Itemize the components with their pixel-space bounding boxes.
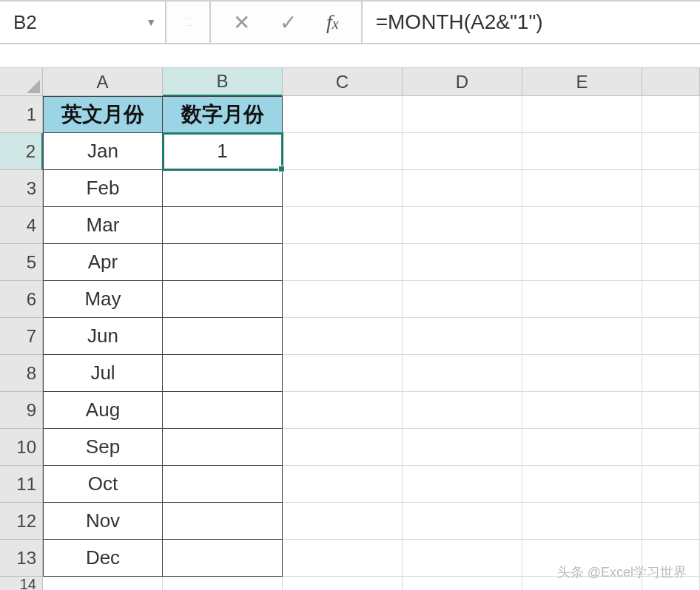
cell-E12[interactable] — [522, 503, 642, 540]
cell-E1[interactable] — [522, 96, 642, 133]
col-header-F-partial[interactable] — [642, 68, 700, 96]
cell-A7[interactable]: Jun — [43, 318, 163, 355]
cell-E6[interactable] — [522, 281, 642, 318]
cell-A8[interactable]: Jul — [43, 355, 163, 392]
cell-B3[interactable] — [163, 170, 283, 207]
cell-C5[interactable] — [283, 244, 403, 281]
cell-E11[interactable] — [522, 466, 642, 503]
cell-A9[interactable]: Aug — [43, 392, 163, 429]
cell-E4[interactable] — [522, 207, 642, 244]
cell-B12[interactable] — [163, 503, 283, 540]
cell-C4[interactable] — [283, 207, 403, 244]
row-header-9[interactable]: 9 — [0, 392, 43, 429]
cell-E5[interactable] — [522, 244, 642, 281]
cell-F8[interactable] — [642, 355, 700, 392]
cell-D13[interactable] — [403, 540, 522, 577]
cell-B13[interactable] — [163, 540, 283, 577]
cell-F7[interactable] — [642, 318, 700, 355]
cell-A5[interactable]: Apr — [43, 244, 163, 281]
select-all-triangle[interactable] — [0, 68, 43, 96]
cell-D1[interactable] — [403, 96, 522, 133]
cell-D7[interactable] — [403, 318, 522, 355]
cell-A14[interactable] — [43, 577, 163, 590]
cell-D6[interactable] — [403, 281, 522, 318]
cell-F9[interactable] — [642, 392, 700, 429]
row-header-8[interactable]: 8 — [0, 355, 43, 392]
cell-B6[interactable] — [163, 281, 283, 318]
col-header-B[interactable]: B — [163, 68, 283, 96]
fx-icon[interactable]: fx — [326, 10, 339, 34]
cell-F12[interactable] — [642, 503, 700, 540]
cell-C1[interactable] — [283, 96, 403, 133]
cell-F6[interactable] — [642, 281, 700, 318]
cell-B2[interactable]: 1 — [163, 133, 283, 170]
cell-E3[interactable] — [522, 170, 642, 207]
name-box[interactable]: B2 ▼ — [0, 1, 166, 43]
cell-B4[interactable] — [163, 207, 283, 244]
cell-D14[interactable] — [403, 577, 522, 590]
col-header-D[interactable]: D — [403, 68, 522, 96]
col-header-A[interactable]: A — [43, 68, 163, 96]
cell-F11[interactable] — [642, 466, 700, 503]
name-box-dropdown-icon[interactable]: ▼ — [146, 16, 156, 28]
cell-B1[interactable]: 数字月份 — [163, 96, 283, 133]
cell-D8[interactable] — [403, 355, 522, 392]
row-header-11[interactable]: 11 — [0, 466, 43, 503]
cell-F3[interactable] — [642, 170, 700, 207]
cell-A1[interactable]: 英文月份 — [43, 96, 163, 133]
cell-E8[interactable] — [522, 355, 642, 392]
cell-C3[interactable] — [283, 170, 403, 207]
cell-B14[interactable] — [163, 577, 283, 590]
row-header-2[interactable]: 2 — [0, 133, 43, 170]
cell-C2[interactable] — [283, 133, 403, 170]
cell-B8[interactable] — [163, 355, 283, 392]
cell-C13[interactable] — [283, 540, 403, 577]
cell-C14[interactable] — [283, 577, 403, 590]
cell-E9[interactable] — [522, 392, 642, 429]
cell-F1[interactable] — [642, 96, 700, 133]
cell-D5[interactable] — [403, 244, 522, 281]
cell-F4[interactable] — [642, 207, 700, 244]
row-header-5[interactable]: 5 — [0, 244, 43, 281]
row-header-7[interactable]: 7 — [0, 318, 43, 355]
cell-A3[interactable]: Feb — [43, 170, 163, 207]
fill-handle[interactable] — [278, 166, 285, 172]
cell-D10[interactable] — [403, 429, 522, 466]
row-header-6[interactable]: 6 — [0, 281, 43, 318]
cell-C8[interactable] — [283, 355, 403, 392]
cell-D11[interactable] — [403, 466, 522, 503]
cell-C7[interactable] — [283, 318, 403, 355]
cell-C9[interactable] — [283, 392, 403, 429]
cell-A12[interactable]: Nov — [43, 503, 163, 540]
cell-A6[interactable]: May — [43, 281, 163, 318]
formula-input[interactable]: =MONTH(A2&"1") — [363, 1, 700, 43]
cell-B7[interactable] — [163, 318, 283, 355]
row-header-4[interactable]: 4 — [0, 207, 43, 244]
cell-B9[interactable] — [163, 392, 283, 429]
cell-F10[interactable] — [642, 429, 700, 466]
cell-F5[interactable] — [642, 244, 700, 281]
cell-A2[interactable]: Jan — [43, 133, 163, 170]
row-header-12[interactable]: 12 — [0, 503, 43, 540]
cell-F2[interactable] — [642, 133, 700, 170]
row-header-10[interactable]: 10 — [0, 429, 43, 466]
cell-A10[interactable]: Sep — [43, 429, 163, 466]
row-header-3[interactable]: 3 — [0, 170, 43, 207]
cell-B10[interactable] — [163, 429, 283, 466]
col-header-C[interactable]: C — [283, 68, 403, 96]
cell-C10[interactable] — [283, 429, 403, 466]
cell-B11[interactable] — [163, 466, 283, 503]
cell-A11[interactable]: Oct — [43, 466, 163, 503]
cell-D2[interactable] — [403, 133, 522, 170]
row-header-1[interactable]: 1 — [0, 96, 43, 133]
row-header-13[interactable]: 13 — [0, 540, 43, 577]
cell-B5[interactable] — [163, 244, 283, 281]
cell-C12[interactable] — [283, 503, 403, 540]
cell-A4[interactable]: Mar — [43, 207, 163, 244]
cell-E7[interactable] — [522, 318, 642, 355]
cell-C11[interactable] — [283, 466, 403, 503]
enter-icon[interactable]: ✓ — [280, 10, 297, 35]
cell-D9[interactable] — [403, 392, 522, 429]
cell-E10[interactable] — [522, 429, 642, 466]
cell-C6[interactable] — [283, 281, 403, 318]
